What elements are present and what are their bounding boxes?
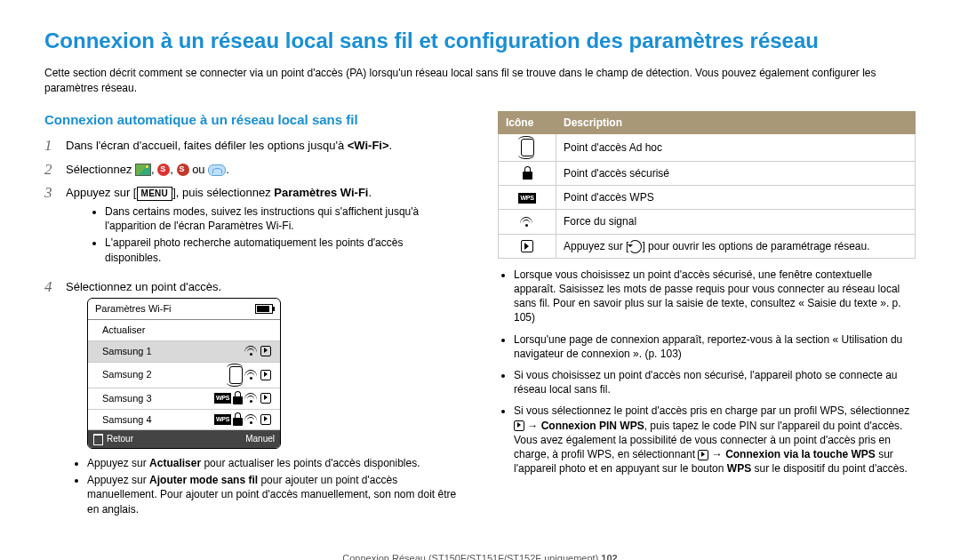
device-screenshot: Paramètres Wi-Fi Actualiser Samsung 1 Sa… — [87, 298, 281, 449]
page-title: Connexion à un réseau local sans fil et … — [44, 27, 916, 55]
chevron-right-icon — [521, 240, 533, 252]
chevron-right-icon — [260, 414, 271, 425]
chevron-right-icon — [260, 393, 271, 404]
picture-icon — [135, 164, 151, 176]
step-4: 4 Sélectionnez un point d'accès. Paramèt… — [44, 279, 462, 524]
step-number: 4 — [44, 279, 59, 296]
wps-icon: WPS — [214, 414, 231, 424]
wps-icon: WPS — [214, 393, 231, 403]
chevron-right-icon — [260, 370, 271, 380]
table-row: Point d'accès Ad hoc — [499, 133, 916, 161]
step-number: 2 — [44, 162, 59, 179]
device-back-button: Retour — [88, 430, 184, 448]
wifi-icon — [244, 414, 259, 425]
th-description: Description — [556, 111, 916, 133]
menu-button-icon: MENU — [137, 187, 173, 201]
icon-description-table: Icône Description Point d'accès Ad hoc P… — [498, 111, 916, 259]
wps-icon: WPS — [518, 193, 535, 203]
device-row: Samsung 2 — [88, 363, 280, 388]
chevron-right-icon — [698, 450, 708, 460]
lock-icon — [233, 418, 243, 426]
section-subtitle: Connexion automatique à un réseau local … — [44, 111, 462, 129]
post-bullet-1: Appuyez sur Actualiser pour actualiser l… — [87, 456, 462, 470]
device-row-selected: Samsung 1 — [88, 341, 280, 363]
right-bullet-2: Lorsqu'une page de connexion apparaît, r… — [514, 332, 916, 361]
device-manual-button: Manuel — [184, 430, 280, 448]
step3-note-2: L'appareil photo recherche automatiqueme… — [105, 236, 462, 264]
device-row-refresh: Actualiser — [88, 320, 280, 341]
share-icon — [157, 164, 170, 176]
refresh-icon — [628, 240, 642, 253]
wifi-icon — [244, 346, 259, 356]
table-row: WPS Point d'accès WPS — [499, 186, 916, 210]
device-title: Paramètres Wi-Fi — [95, 302, 172, 316]
th-icon: Icône — [499, 111, 556, 133]
wifi-icon — [520, 217, 534, 228]
chevron-right-icon — [514, 420, 524, 431]
right-bullet-3: Si vous choisissez un point d'accès non … — [514, 368, 916, 396]
right-bullet-4: Si vous sélectionnez le point d'accès pr… — [514, 404, 916, 476]
table-row: Point d'accès sécurisé — [499, 161, 916, 185]
step-1: 1 Dans l'écran d'accueil, faites défiler… — [44, 138, 462, 155]
adhoc-icon — [521, 139, 534, 156]
left-column: Connexion automatique à un réseau local … — [44, 111, 462, 531]
step-number: 3 — [44, 185, 59, 202]
cloud-icon — [208, 164, 226, 176]
page-footer: Connexion Réseau (ST150F/ST151F/ST152F u… — [44, 552, 916, 560]
lock-icon — [523, 172, 532, 180]
adhoc-icon — [229, 366, 243, 384]
step3-note-1: Dans certains modes, suivez les instruct… — [105, 204, 462, 233]
right-column: Icône Description Point d'accès Ad hoc P… — [498, 111, 916, 531]
chevron-right-icon — [260, 346, 271, 356]
right-bullet-1: Lorsque vous choisissez un point d'accès… — [514, 268, 916, 325]
post-bullet-2: Appuyez sur Ajouter mode sans fil pour a… — [87, 473, 462, 516]
step-number: 1 — [44, 138, 59, 155]
trash-icon — [93, 434, 103, 445]
device-row: Samsung 3 WPS — [88, 388, 280, 410]
wifi-icon — [244, 370, 259, 380]
table-row: Appuyez sur [] pour ouvrir les options d… — [499, 234, 916, 258]
battery-icon — [255, 304, 273, 314]
table-row: Force du signal — [499, 210, 916, 234]
lock-icon — [233, 396, 243, 404]
wifi-icon — [244, 393, 259, 404]
device-row: Samsung 4 WPS — [88, 410, 280, 431]
intro-text: Cette section décrit comment se connecte… — [44, 66, 916, 94]
step-2: 2 Sélectionnez , , ou . — [44, 162, 462, 179]
red-circle-icon — [177, 164, 189, 176]
step-3: 3 Appuyez sur [MENU], puis sélectionnez … — [44, 185, 462, 271]
